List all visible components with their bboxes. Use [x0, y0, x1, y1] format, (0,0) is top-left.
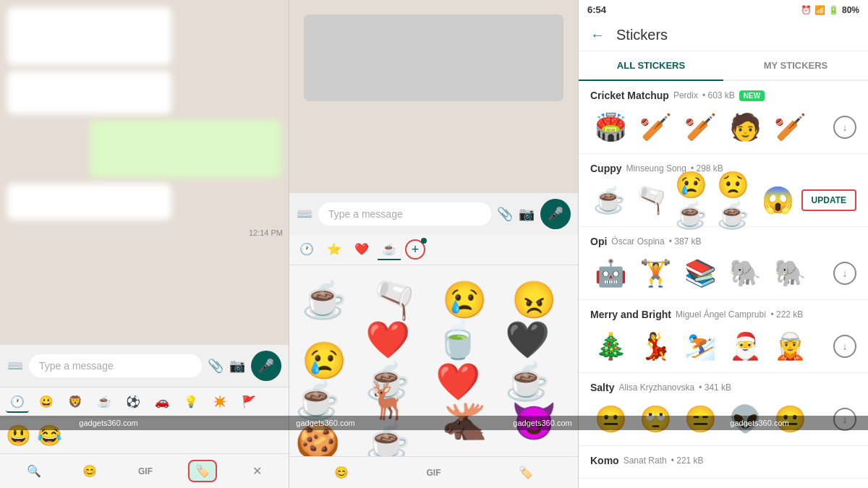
update-cuppy[interactable]: UPDATE — [801, 189, 856, 211]
pack-stickers-opi: 🤖 🏋️ 📚 🐘 🐘 ↓ — [590, 253, 856, 294]
opi-sticker-5[interactable]: 🐘 — [770, 253, 810, 294]
chat-area-middle — [289, 0, 578, 192]
sticker-tab-coffee[interactable]: ☕ — [378, 239, 401, 260]
cricket-sticker-5[interactable]: 🏏 — [770, 107, 810, 147]
emoji-tab-object[interactable]: 💡 — [179, 392, 203, 413]
opi-sticker-3[interactable]: 📚 — [680, 253, 720, 294]
middle-panel: ⌨️ Type a message 📎 📷 🎤 🕐 ⭐ ❤️ ☕ + ☕ 🫗 😢… — [289, 0, 579, 488]
battery-label: 80% — [842, 5, 859, 15]
sticker-1[interactable]: ☕ — [295, 271, 353, 329]
camera-icon-left[interactable]: 📷 — [229, 358, 245, 374]
merry-sticker-3[interactable]: ⛷️ — [680, 326, 720, 367]
mic-button-middle[interactable]: 🎤 — [540, 199, 571, 229]
cuppy-sticker-4[interactable]: 😟☕ — [717, 180, 754, 221]
sticker-pack-komo: Komo Sanat Rath • 221 kB — [579, 446, 868, 479]
sticker-7[interactable]: 🍵❤️ — [435, 332, 493, 390]
merry-sticker-4[interactable]: 🎅 — [725, 326, 765, 367]
back-button[interactable]: ← — [590, 27, 605, 43]
emoji-tab-sport[interactable]: ⚽ — [122, 392, 145, 413]
emoji-tab-smiley[interactable]: 😀 — [35, 392, 58, 413]
watermark-bar: gadgets360.com gadgets360.com gadgets360… — [0, 416, 868, 430]
watermark-right: gadgets360.com — [651, 416, 868, 430]
nav-gif-left[interactable]: GIF — [132, 463, 158, 479]
merry-sticker-2[interactable]: 💃 — [635, 326, 676, 367]
download-opi[interactable]: ↓ — [833, 262, 856, 285]
emoji-tab-recent[interactable]: 🕐 — [6, 392, 29, 413]
tab-all-stickers[interactable]: ALL STICKERS — [579, 51, 723, 81]
nav-sticker-middle[interactable]: 🏷️ — [513, 463, 539, 482]
attach-icon-left[interactable]: 📎 — [208, 358, 224, 374]
alarm-icon: ⏰ — [801, 5, 812, 15]
download-cricket[interactable]: ↓ — [833, 116, 856, 139]
message-timestamp-left: 12:14 PM — [0, 227, 289, 240]
sticker-tab-add[interactable]: + — [405, 239, 425, 260]
pack-author-cricket: Perdix — [673, 90, 698, 100]
pack-author-komo: Sanat Rath — [624, 455, 667, 466]
sticker-tab-heart[interactable]: ❤️ — [350, 239, 373, 260]
pack-size-cricket: • 603 kB — [702, 90, 735, 100]
stickers-tab-bar: ALL STICKERS MY STICKERS — [579, 51, 868, 81]
nav-close-left[interactable]: ✕ — [247, 461, 268, 481]
sticker-pack-salty: Salty Alisa Kryzhanovska • 341 kB 😐 🙄 😑 … — [579, 373, 868, 446]
emoji-tab-food[interactable]: ☕ — [93, 392, 116, 413]
pack-size-komo: • 221 kB — [671, 455, 704, 466]
signal-icon: 📶 — [814, 5, 825, 15]
cuppy-sticker-1[interactable]: ☕ — [590, 180, 628, 221]
sticker-pack-opi: Opi Óscar Ospina • 387 kB 🤖 🏋️ 📚 🐘 🐘 ↓ — [579, 227, 868, 300]
merry-sticker-5[interactable]: 🧝 — [770, 326, 810, 367]
pack-size-merry: • 222 kB — [770, 309, 803, 320]
pack-header-cricket: Cricket Matchup Perdix • 603 kB NEW — [590, 90, 856, 101]
bubble-1 — [7, 7, 171, 65]
cuppy-sticker-3[interactable]: 😢☕ — [675, 180, 712, 221]
input-bar-left: ⌨️ Type a message 📎 📷 🎤 — [0, 344, 289, 387]
emoji-tab-bar: 🕐 😀 🦁 ☕ ⚽ 🚗 💡 ✴️ 🚩 — [0, 388, 289, 418]
cricket-sticker-3[interactable]: 🏏 — [680, 107, 720, 147]
blurred-messages-middle — [289, 0, 578, 116]
sticker-tab-fav[interactable]: ⭐ — [323, 239, 346, 260]
emoji-tab-animal[interactable]: 🦁 — [64, 392, 87, 413]
sticker-pack-cricket: Cricket Matchup Perdix • 603 kB NEW 🏟️ 🏏… — [579, 81, 868, 154]
add-sticker-dot — [421, 238, 427, 244]
keyboard-icon-middle[interactable]: ⌨️ — [297, 206, 312, 222]
nav-gif-middle[interactable]: GIF — [420, 465, 446, 481]
bubble-2 — [7, 71, 171, 114]
bubble-4 — [7, 184, 171, 220]
cricket-sticker-4[interactable]: 🧑 — [725, 107, 765, 147]
opi-sticker-2[interactable]: 🏋️ — [635, 253, 676, 294]
cuppy-sticker-5[interactable]: 😱 — [759, 180, 796, 221]
cricket-sticker-1[interactable]: 🏟️ — [590, 107, 631, 147]
emoji-tab-flag[interactable]: 🚩 — [237, 392, 260, 413]
keyboard-icon-left[interactable]: ⌨️ — [7, 358, 23, 374]
keyboard-nav-middle: 😊 GIF 🏷️ — [289, 456, 578, 488]
pack-size-salty: • 341 kB — [699, 382, 731, 393]
bubble-3 — [90, 120, 281, 178]
tab-my-stickers[interactable]: MY STICKERS — [723, 51, 868, 81]
emoji-tab-symbol[interactable]: ✴️ — [208, 392, 231, 413]
pack-header-merry: Merry and Bright Miguel Ángel Camprubí •… — [590, 309, 856, 320]
pack-badge-cricket: NEW — [739, 90, 765, 101]
pack-title-cricket: Cricket Matchup — [590, 90, 669, 101]
nav-sticker-left[interactable]: 🏷️ — [188, 460, 217, 482]
attach-icon-middle[interactable]: 📎 — [497, 206, 513, 222]
mic-button-left[interactable]: 🎤 — [251, 351, 281, 381]
cuppy-sticker-2[interactable]: 🫗 — [632, 180, 670, 221]
sticker-8[interactable]: 🖤☕ — [505, 332, 563, 390]
sticker-tab-recent[interactable]: 🕐 — [295, 239, 318, 260]
nav-emoji-left[interactable]: 😊 — [77, 461, 103, 481]
message-input-left[interactable]: Type a message — [29, 354, 202, 377]
camera-icon-middle[interactable]: 📷 — [519, 206, 535, 222]
watermark-middle-left: gadgets360.com — [217, 416, 434, 430]
nav-search-left[interactable]: 🔍 — [21, 461, 47, 481]
nav-emoji-middle[interactable]: 😊 — [328, 463, 354, 482]
pack-stickers-cuppy: ☕ 🫗 😢☕ 😟☕ 😱 UPDATE — [590, 180, 856, 221]
cricket-sticker-2[interactable]: 🏏 — [635, 107, 676, 147]
status-time: 6:54 — [587, 4, 606, 15]
emoji-tab-travel[interactable]: 🚗 — [150, 392, 174, 413]
pack-title-opi: Opi — [590, 236, 607, 247]
pack-author-merry: Miguel Ángel Camprubí — [676, 309, 766, 320]
message-input-middle[interactable]: Type a message — [318, 202, 491, 226]
opi-sticker-1[interactable]: 🤖 — [590, 253, 631, 294]
merry-sticker-1[interactable]: 🎄 — [590, 326, 631, 367]
opi-sticker-4[interactable]: 🐘 — [725, 253, 765, 294]
download-merry[interactable]: ↓ — [833, 335, 856, 358]
